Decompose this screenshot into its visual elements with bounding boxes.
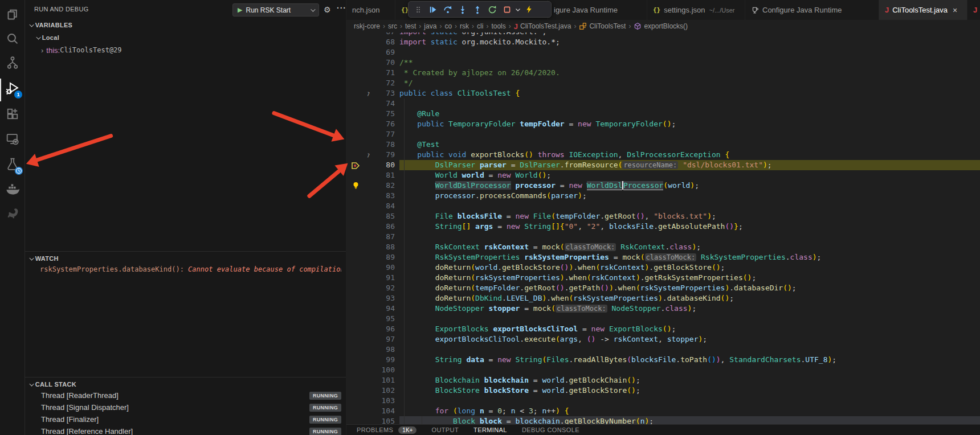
code-line[interactable]: 78 @Test <box>346 139 980 150</box>
code-line[interactable]: 97 exportBlocksCliTool.execute(args, () … <box>346 334 980 344</box>
glyph-margin[interactable] <box>346 416 366 424</box>
code-text[interactable] <box>395 396 399 406</box>
launch-config-dropdown[interactable]: ▶ Run RSK Start <box>232 3 319 17</box>
code-text[interactable] <box>395 201 399 211</box>
code-text[interactable]: RskSystemProperties rskSystemProperties … <box>395 252 821 262</box>
line-number[interactable]: 94 <box>375 303 395 314</box>
line-number[interactable]: 77 <box>375 129 395 139</box>
gear-icon[interactable]: ⚙ <box>324 5 331 14</box>
code-text[interactable]: public void exportBlocks() throws IOExce… <box>395 150 729 160</box>
play-icon[interactable]: ▶ <box>238 6 242 14</box>
line-number[interactable]: 89 <box>375 252 395 262</box>
code-text[interactable] <box>395 232 399 242</box>
code-line[interactable]: 86 String[] args = new String[]{"0", "2"… <box>346 221 980 232</box>
breadcrumb-item[interactable]: cli <box>477 22 483 30</box>
code-text[interactable]: Block block = blockchain.getBlockByNumbe… <box>395 416 654 424</box>
variable-row[interactable]: ›this: CliToolsTest@29 <box>25 44 362 56</box>
code-line[interactable]: 76 public TemporaryFolder tempFolder = n… <box>346 119 980 129</box>
glyph-margin[interactable] <box>346 365 366 375</box>
breadcrumb-item[interactable]: rsk <box>460 22 469 30</box>
glyph-margin[interactable] <box>346 37 366 47</box>
code-line[interactable]: 103 <box>346 396 980 406</box>
code-text[interactable]: for (long n = 0; n < 3; n++) { <box>395 406 569 416</box>
code-text[interactable]: @Rule <box>395 109 439 119</box>
breadcrumb-item[interactable]: co <box>444 22 452 30</box>
glyph-margin[interactable] <box>346 191 366 201</box>
code-text[interactable] <box>395 344 399 355</box>
glyph-margin[interactable] <box>346 262 366 273</box>
code-line[interactable]: 83 processor.processCommands(parser); <box>346 191 980 201</box>
code-text[interactable]: import static org.mockito.Mockito.*; <box>395 37 560 47</box>
glyph-margin[interactable] <box>346 375 366 385</box>
line-number[interactable]: 95 <box>375 314 395 324</box>
code-line[interactable]: 93 doReturn(DbKind.LEVEL_DB).when(rskSys… <box>346 293 980 303</box>
code-text[interactable]: Blockchain blockchain = world.getBlockCh… <box>395 375 640 385</box>
glyph-margin[interactable] <box>346 242 366 252</box>
panel-tab-output[interactable]: OUTPUT <box>431 426 459 433</box>
step-into-button[interactable] <box>455 2 470 17</box>
call-stack-section-header[interactable]: CALL STACK <box>25 378 346 391</box>
line-number[interactable]: 98 <box>375 344 395 355</box>
code-text[interactable]: RskContext rskContext = mock(classToMock… <box>395 242 701 252</box>
tab-partial[interactable]: J <box>967 0 980 20</box>
testing-icon[interactable] <box>0 153 24 175</box>
code-line[interactable]: 67import static org.junit.Assert.*; <box>346 32 980 37</box>
code-line[interactable]: 101 Blockchain blockchain = world.getBlo… <box>346 375 980 385</box>
code-line[interactable]: 105 Block block = blockchain.getBlockByN… <box>346 416 980 424</box>
run-and-debug-icon[interactable]: 1 <box>0 77 24 100</box>
code-text[interactable]: BlockStore blockStore = world.getBlockSt… <box>395 385 640 396</box>
breadcrumb-item[interactable]: rskj-core <box>354 22 380 30</box>
glyph-margin[interactable] <box>346 160 366 170</box>
line-number[interactable]: 88 <box>375 242 395 252</box>
source-control-icon[interactable] <box>0 51 24 74</box>
glyph-margin[interactable] <box>346 68 366 78</box>
line-number[interactable]: 83 <box>375 191 395 201</box>
line-number[interactable]: 81 <box>375 170 395 180</box>
line-number[interactable]: 102 <box>375 385 395 396</box>
step-over-button[interactable] <box>440 2 455 17</box>
breadcrumb-item[interactable]: CliToolsTest <box>579 22 626 30</box>
code-line[interactable]: 95 <box>346 314 980 324</box>
code-text[interactable] <box>395 365 399 375</box>
breadcrumb-item[interactable]: java <box>424 22 436 30</box>
code-line[interactable]: 71 * Created by ajlopez on 26/04/2020. <box>346 68 980 78</box>
glyph-margin[interactable] <box>346 47 366 58</box>
glyph-margin[interactable] <box>346 314 366 324</box>
code-line[interactable]: 98 <box>346 344 980 355</box>
code-line[interactable]: 92 doReturn(tempFolder.getRoot().getPath… <box>346 283 980 293</box>
code-text[interactable]: import static org.junit.Assert.*; <box>395 32 546 37</box>
call-stack-thread-row[interactable]: Thread [Reference Handler]RUNNING <box>25 425 346 435</box>
glyph-margin[interactable] <box>346 355 366 365</box>
code-line[interactable]: 91 doReturn(rskSystemProperties).when(rs… <box>346 273 980 283</box>
glyph-margin[interactable] <box>346 232 366 242</box>
breadcrumb-item[interactable]: JCliToolsTest.java <box>514 22 571 31</box>
code-text[interactable]: ExportBlocks exportBlocksCliTool = new E… <box>395 324 676 334</box>
glyph-margin[interactable] <box>346 283 366 293</box>
glyph-margin[interactable] <box>346 78 366 88</box>
line-number[interactable]: 97 <box>375 334 395 344</box>
code-text[interactable]: World world = new World(); <box>395 170 551 180</box>
line-number[interactable]: 86 <box>375 221 395 232</box>
code-line[interactable]: 80 DslParser parser = DslParser.fromReso… <box>346 160 980 170</box>
code-text[interactable]: public TemporaryFolder tempFolder = new … <box>395 119 676 129</box>
line-number[interactable]: 69 <box>375 47 395 58</box>
line-number[interactable]: 74 <box>375 99 395 109</box>
glyph-margin[interactable] <box>346 129 366 139</box>
code-line[interactable]: 96 ExportBlocks exportBlocksCliTool = ne… <box>346 324 980 334</box>
glyph-margin[interactable] <box>346 201 366 211</box>
toolbar-drag-handle[interactable] <box>411 2 426 17</box>
glyph-margin[interactable] <box>346 252 366 262</box>
line-number[interactable]: 104 <box>375 406 395 416</box>
code-line[interactable]: 75 @Rule <box>346 109 980 119</box>
glyph-margin[interactable] <box>346 99 366 109</box>
code-text[interactable] <box>395 99 399 109</box>
breadcrumb-item[interactable]: test <box>405 22 416 30</box>
stop-menu-chevron-icon[interactable] <box>514 2 521 17</box>
glyph-margin[interactable] <box>346 293 366 303</box>
code-text[interactable]: doReturn(rskSystemProperties).when(rskCo… <box>395 273 756 283</box>
glyph-margin[interactable] <box>346 211 366 221</box>
glyph-margin[interactable] <box>346 406 366 416</box>
line-number[interactable]: 93 <box>375 293 395 303</box>
line-number[interactable]: 67 <box>375 32 395 37</box>
restart-button[interactable] <box>485 2 500 17</box>
